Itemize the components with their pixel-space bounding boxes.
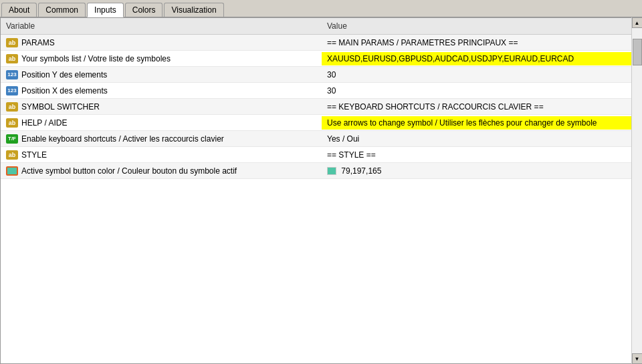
row-value: 79,197,165 xyxy=(322,164,641,178)
row-variable: T/F Enable keyboard shortcuts / Activer … xyxy=(1,132,322,146)
scrollbar[interactable]: ▲ ▼ xyxy=(631,17,642,364)
table-row[interactable]: ab PARAMS == MAIN PARAMS / PARAMETRES PR… xyxy=(1,35,641,51)
icon-bool: T/F xyxy=(6,134,18,144)
header-variable: Variable xyxy=(1,21,322,31)
table-row[interactable]: T/F Enable keyboard shortcuts / Activer … xyxy=(1,131,641,147)
color-value: 79,197,165 xyxy=(341,166,381,176)
variable-label: Position X des elements xyxy=(21,86,108,96)
row-variable: ab PARAMS xyxy=(1,36,322,49)
icon-ab: ab xyxy=(6,38,18,47)
row-variable: ab SYMBOL SWITCHER xyxy=(1,100,322,114)
row-value: == KEYBOARD SHORTCUTS / RACCOURCIS CLAVI… xyxy=(322,100,641,114)
color-swatch xyxy=(327,167,336,175)
variable-label: Position Y des elements xyxy=(21,70,107,79)
table-header: Variable Value xyxy=(1,18,641,35)
icon-123: 123 xyxy=(6,86,18,96)
variable-label: PARAMS xyxy=(21,38,55,47)
variable-label: Your symbols list / Votre liste de symbo… xyxy=(21,54,171,63)
row-value: 30 xyxy=(322,84,641,98)
tab-common[interactable]: Common xyxy=(38,3,86,17)
icon-ab: ab xyxy=(6,102,18,112)
variable-label: Active symbol button color / Couleur bou… xyxy=(21,166,237,176)
table-row[interactable]: 123 Position X des elements 30 xyxy=(1,83,641,99)
icon-color xyxy=(6,166,18,176)
row-variable: ab STYLE xyxy=(1,148,322,162)
table-row[interactable]: 123 Position Y des elements 30 xyxy=(1,67,641,83)
main-content: Variable Value ab PARAMS == MAIN PARAMS … xyxy=(0,17,642,364)
icon-ab: ab xyxy=(6,54,18,63)
row-value: Yes / Oui xyxy=(322,132,641,146)
row-value-highlight[interactable]: XAUUSD,EURUSD,GBPUSD,AUDCAD,USDJPY,EURAU… xyxy=(322,52,641,65)
row-value: == MAIN PARAMS / PARAMETRES PRINCIPAUX =… xyxy=(322,36,641,49)
svg-rect-0 xyxy=(7,168,17,174)
scrollbar-thumb[interactable] xyxy=(633,39,642,65)
row-variable: 123 Position X des elements xyxy=(1,84,322,98)
row-variable: 123 Position Y des elements xyxy=(1,68,322,81)
app-container: About Common Inputs Colors Visualization… xyxy=(0,0,642,364)
table-row[interactable]: ab STYLE == STYLE == xyxy=(1,147,641,163)
tab-inputs[interactable]: Inputs xyxy=(87,3,124,17)
tab-colors[interactable]: Colors xyxy=(125,3,163,17)
variable-label: Enable keyboard shortcuts / Activer les … xyxy=(21,134,224,144)
tab-bar: About Common Inputs Colors Visualization xyxy=(0,0,642,17)
icon-ab: ab xyxy=(6,150,18,160)
header-value: Value xyxy=(322,21,641,31)
icon-123: 123 xyxy=(6,70,18,79)
variable-label: STYLE xyxy=(21,150,47,160)
table-row[interactable]: Active symbol button color / Couleur bou… xyxy=(1,163,641,179)
table-row[interactable]: ab HELP / AIDE Use arrows to change symb… xyxy=(1,115,641,131)
row-variable: Active symbol button color / Couleur bou… xyxy=(1,164,322,178)
icon-ab: ab xyxy=(6,118,18,128)
row-value: 30 xyxy=(322,68,641,81)
row-variable: ab HELP / AIDE xyxy=(1,116,322,130)
row-variable: ab Your symbols list / Votre liste de sy… xyxy=(1,52,322,65)
tab-visualization[interactable]: Visualization xyxy=(164,3,223,17)
tab-about[interactable]: About xyxy=(1,3,37,17)
row-value: == STYLE == xyxy=(322,148,641,162)
scrollbar-down-arrow[interactable]: ▼ xyxy=(632,353,643,364)
table-row[interactable]: ab Your symbols list / Votre liste de sy… xyxy=(1,51,641,67)
variable-label: SYMBOL SWITCHER xyxy=(21,102,100,112)
table-row[interactable]: ab SYMBOL SWITCHER == KEYBOARD SHORTCUTS… xyxy=(1,99,641,115)
row-value-highlight[interactable]: Use arrows to change symbol / Utiliser l… xyxy=(322,116,641,130)
scrollbar-up-arrow[interactable]: ▲ xyxy=(632,17,643,28)
variable-label: HELP / AIDE xyxy=(21,118,67,128)
